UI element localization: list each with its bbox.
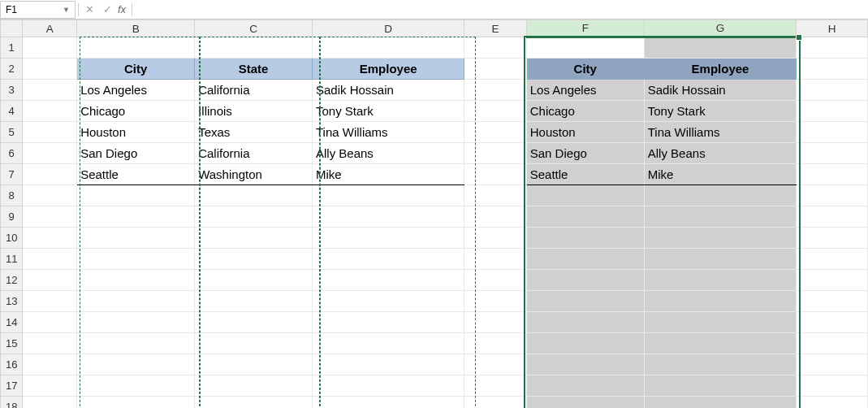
cell[interactable]: [23, 333, 77, 354]
cell[interactable]: [23, 249, 77, 270]
cell[interactable]: [797, 270, 868, 291]
cell[interactable]: [23, 122, 77, 143]
cell[interactable]: Tina Williams: [644, 122, 796, 143]
cell[interactable]: [797, 122, 868, 143]
row-header[interactable]: 18: [1, 397, 23, 409]
cell[interactable]: [464, 37, 526, 59]
cell[interactable]: [23, 185, 77, 206]
cell[interactable]: [644, 206, 796, 228]
active-cell[interactable]: [526, 37, 644, 59]
name-box[interactable]: F1 ▼: [0, 1, 76, 19]
row-header[interactable]: 3: [1, 80, 23, 101]
cell[interactable]: [526, 270, 644, 291]
row-header[interactable]: 4: [1, 101, 23, 122]
row-header[interactable]: 14: [1, 312, 23, 333]
cell[interactable]: [77, 375, 195, 397]
cell[interactable]: [464, 291, 526, 312]
cell[interactable]: Ally Beans: [644, 143, 796, 164]
cell[interactable]: [797, 249, 868, 270]
cell[interactable]: Mike: [644, 164, 796, 185]
cell[interactable]: Sadik Hossain: [313, 80, 464, 101]
cell[interactable]: [195, 270, 313, 291]
cell[interactable]: [77, 185, 195, 206]
cell[interactable]: [464, 143, 526, 164]
cell[interactable]: [195, 354, 313, 375]
cell[interactable]: [526, 249, 644, 270]
cell[interactable]: [644, 185, 796, 206]
cell[interactable]: [23, 37, 77, 59]
cell[interactable]: Chicago: [77, 101, 195, 122]
cell[interactable]: [23, 228, 77, 249]
cell[interactable]: [464, 185, 526, 206]
cell[interactable]: [526, 375, 644, 397]
table1-header-employee[interactable]: Employee: [313, 59, 464, 80]
row-header[interactable]: 13: [1, 291, 23, 312]
cell[interactable]: Tina Williams: [313, 122, 464, 143]
cancel-icon[interactable]: ✕: [80, 1, 98, 19]
fx-label[interactable]: fx: [118, 3, 126, 15]
formula-input[interactable]: [134, 1, 868, 19]
cell[interactable]: [23, 206, 77, 228]
cell[interactable]: [23, 397, 77, 409]
cell[interactable]: [644, 375, 796, 397]
cell[interactable]: [797, 185, 868, 206]
cell[interactable]: [313, 397, 464, 409]
cell[interactable]: [797, 312, 868, 333]
cell[interactable]: [526, 397, 644, 409]
row-header[interactable]: 6: [1, 143, 23, 164]
select-all-corner[interactable]: [1, 20, 23, 37]
cell[interactable]: [464, 164, 526, 185]
cell[interactable]: [644, 228, 796, 249]
cell[interactable]: [526, 312, 644, 333]
cell[interactable]: [77, 354, 195, 375]
row-header[interactable]: 11: [1, 249, 23, 270]
cell[interactable]: [313, 206, 464, 228]
cell[interactable]: Los Angeles: [77, 80, 195, 101]
cell[interactable]: [195, 249, 313, 270]
cell[interactable]: Chicago: [526, 101, 644, 122]
cell[interactable]: [23, 59, 77, 80]
row-header[interactable]: 7: [1, 164, 23, 185]
cell[interactable]: Illinois: [195, 101, 313, 122]
col-header-E[interactable]: E: [464, 20, 526, 37]
cell[interactable]: [464, 206, 526, 228]
cell[interactable]: [797, 143, 868, 164]
row-header[interactable]: 2: [1, 59, 23, 80]
cell[interactable]: [23, 291, 77, 312]
cell[interactable]: [464, 249, 526, 270]
cell[interactable]: [797, 101, 868, 122]
spreadsheet-grid[interactable]: A B C D E F G H 1 2 City State Employee …: [0, 20, 868, 408]
cell[interactable]: [195, 206, 313, 228]
cell[interactable]: [23, 354, 77, 375]
cell[interactable]: [313, 333, 464, 354]
cell[interactable]: Washington: [195, 164, 313, 185]
cell[interactable]: [464, 228, 526, 249]
cell[interactable]: [23, 164, 77, 185]
enter-icon[interactable]: ✓: [98, 1, 116, 19]
cell[interactable]: [313, 185, 464, 206]
cell[interactable]: [797, 37, 868, 59]
col-header-D[interactable]: D: [313, 20, 464, 37]
col-header-A[interactable]: A: [23, 20, 77, 37]
cell[interactable]: [77, 312, 195, 333]
cell[interactable]: [464, 59, 526, 80]
cell[interactable]: [526, 228, 644, 249]
row-header[interactable]: 16: [1, 354, 23, 375]
cell[interactable]: [23, 101, 77, 122]
cell[interactable]: [313, 312, 464, 333]
cell[interactable]: [797, 333, 868, 354]
row-header[interactable]: 17: [1, 375, 23, 397]
cell[interactable]: [464, 270, 526, 291]
cell[interactable]: [644, 270, 796, 291]
cell[interactable]: San Diego: [77, 143, 195, 164]
cell[interactable]: [77, 37, 195, 59]
cell[interactable]: Los Angeles: [526, 80, 644, 101]
col-header-H[interactable]: H: [797, 20, 868, 37]
cell[interactable]: San Diego: [526, 143, 644, 164]
cell[interactable]: [644, 397, 796, 409]
row-header[interactable]: 1: [1, 37, 23, 59]
cell[interactable]: [464, 354, 526, 375]
cell[interactable]: [797, 291, 868, 312]
cell[interactable]: [77, 291, 195, 312]
cell[interactable]: [313, 354, 464, 375]
